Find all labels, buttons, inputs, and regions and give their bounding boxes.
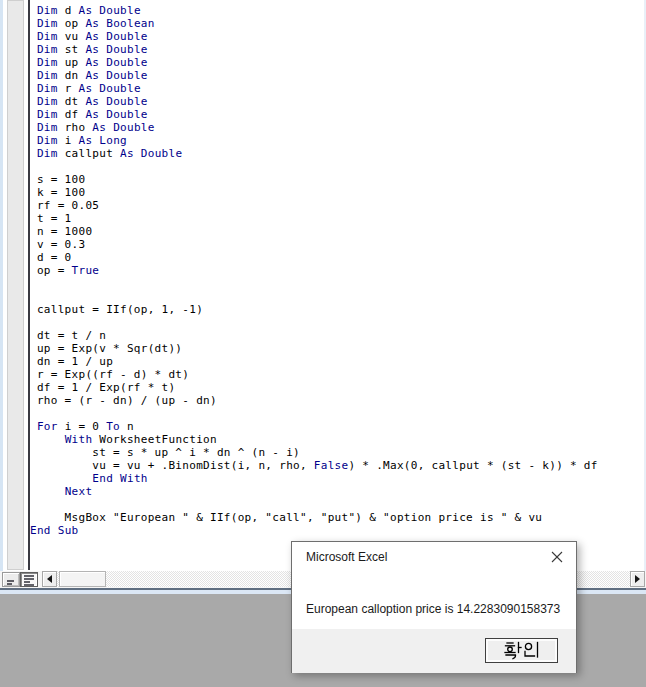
code-line: df = 1 / Exp(rf * t) bbox=[30, 381, 642, 394]
full-module-view-button[interactable] bbox=[20, 572, 38, 587]
dialog-message: European calloption price is 14.22830901… bbox=[306, 602, 560, 616]
breakpoint-margin[interactable] bbox=[7, 0, 24, 570]
code-line: Dim i As Long bbox=[30, 134, 642, 147]
code-line: dn = 1 / up bbox=[30, 355, 642, 368]
code-line: rho = (r - dn) / (up - dn) bbox=[30, 394, 642, 407]
code-line bbox=[30, 407, 642, 420]
code-line: up = Exp(v * Sqr(dt)) bbox=[30, 342, 642, 355]
screen: { "editor": { "keywords": ["Dim","As","D… bbox=[0, 0, 646, 687]
scroll-left-arrow-icon bbox=[47, 575, 52, 583]
code-line: rf = 0.05 bbox=[30, 199, 642, 212]
code-line: n = 1000 bbox=[30, 225, 642, 238]
scroll-right-button[interactable] bbox=[630, 571, 645, 587]
code-line: Dim vu As Double bbox=[30, 30, 642, 43]
code-line: End Sub bbox=[30, 524, 642, 537]
dialog-titlebar[interactable]: Microsoft Excel bbox=[292, 542, 576, 572]
scroll-right-arrow-icon bbox=[635, 575, 640, 583]
code-line: Dim d As Double bbox=[30, 4, 642, 17]
scrollbar-thumb[interactable] bbox=[59, 571, 106, 587]
code-line: Dim df As Double bbox=[30, 108, 642, 121]
code-line: Dim st As Double bbox=[30, 43, 642, 56]
code-line: Next bbox=[30, 485, 642, 498]
code-line: Dim up As Double bbox=[30, 56, 642, 69]
code-line: dt = t / n bbox=[30, 329, 642, 342]
code-line: t = 1 bbox=[30, 212, 642, 225]
msgbox-dialog: Microsoft Excel European calloption pric… bbox=[291, 541, 577, 673]
ok-button[interactable] bbox=[485, 638, 558, 663]
window-left-edge bbox=[0, 0, 3, 590]
code-line: d = 0 bbox=[30, 251, 642, 264]
vbe-code-window: Dim d As Double Dim op As Boolean Dim vu… bbox=[0, 0, 646, 590]
full-module-view-icon bbox=[23, 573, 35, 586]
code-line: callput = IIf(op, 1, -1) bbox=[30, 303, 642, 316]
code-line: k = 100 bbox=[30, 186, 642, 199]
code-line bbox=[30, 498, 642, 511]
code-line: s = 100 bbox=[30, 173, 642, 186]
code-line: op = True bbox=[30, 264, 642, 277]
code-line: Dim dt As Double bbox=[30, 95, 642, 108]
scroll-left-button[interactable] bbox=[42, 571, 57, 587]
code-line: End With bbox=[30, 472, 642, 485]
code-line: Dim r As Double bbox=[30, 82, 642, 95]
code-line: v = 0.3 bbox=[30, 238, 642, 251]
code-line: Dim rho As Double bbox=[30, 121, 642, 134]
code-line bbox=[30, 290, 642, 303]
ok-label-glyphs bbox=[503, 641, 541, 660]
code-line: vu = vu + .BinomDist(i, n, rho, False) *… bbox=[30, 459, 642, 472]
code-line: Dim dn As Double bbox=[30, 69, 642, 82]
code-line: For i = 0 To n bbox=[30, 420, 642, 433]
code-line: Dim callput As Double bbox=[30, 147, 642, 160]
code-lines: Dim d As Double Dim op As Boolean Dim vu… bbox=[30, 4, 642, 537]
dialog-footer bbox=[292, 629, 576, 673]
close-icon[interactable] bbox=[547, 547, 567, 567]
code-line bbox=[30, 160, 642, 173]
code-line bbox=[30, 277, 642, 290]
procedure-view-icon bbox=[5, 573, 17, 586]
code-editor[interactable]: Dim d As Double Dim op As Boolean Dim vu… bbox=[30, 4, 642, 570]
code-line: Dim op As Boolean bbox=[30, 17, 642, 30]
code-line: MsgBox "European " & IIf(op, "call", "pu… bbox=[30, 511, 642, 524]
code-line: st = s * up ^ i * dn ^ (n - i) bbox=[30, 446, 642, 459]
code-line: With WorksheetFunction bbox=[30, 433, 642, 446]
procedure-view-button[interactable] bbox=[2, 572, 20, 587]
dialog-title: Microsoft Excel bbox=[306, 550, 387, 564]
code-line bbox=[30, 316, 642, 329]
code-line: r = Exp((rf - d) * dt) bbox=[30, 368, 642, 381]
